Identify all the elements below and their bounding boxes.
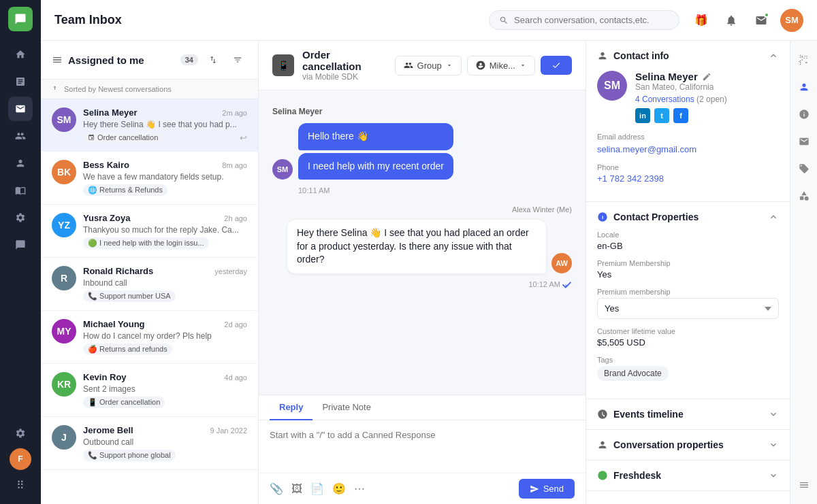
mini-settings-icon[interactable] (793, 474, 815, 496)
conv-properties-section: Conversation properties (586, 430, 790, 460)
sort-icon[interactable] (204, 50, 223, 69)
mini-info-icon[interactable] (793, 103, 815, 125)
search-input[interactable] (514, 15, 664, 25)
conv-tag: 📞 Support number USA (83, 290, 176, 302)
sidebar-item-inbox[interactable] (8, 97, 33, 121)
article-icon[interactable]: 📄 (310, 482, 324, 495)
expand-timeline-icon[interactable] (768, 409, 779, 420)
reply-toolbar: 📎 🖼 📄 🙂 ⋯ Send (259, 473, 586, 504)
avatar-kevin: KR (52, 372, 76, 397)
conv-name: Kevin Roy (83, 372, 127, 382)
sidebar-item-knowledge[interactable] (8, 178, 33, 203)
avatar-yusra: YZ (52, 213, 76, 237)
collapse-props-icon[interactable] (768, 212, 779, 222)
tab-reply[interactable]: Reply (270, 395, 313, 420)
linkedin-icon[interactable]: in (635, 108, 650, 123)
contact-info-title: Contact info (597, 50, 669, 61)
image-icon[interactable]: 🖼 (291, 483, 302, 495)
sidebar-item-chat[interactable] (8, 233, 33, 257)
conv-tag: 🍎 Returns and refunds (83, 343, 172, 355)
header-user-avatar[interactable]: SM (780, 9, 803, 32)
message-group-2: Alexa Winter (Me) AW Hey there Selina 👋 … (272, 205, 572, 288)
events-timeline-header[interactable]: Events timeline (597, 409, 779, 420)
sidebar-item-person[interactable] (8, 151, 33, 175)
mini-expand-icon[interactable] (793, 49, 815, 71)
edit-icon[interactable] (702, 72, 711, 82)
compose-icon[interactable] (750, 10, 772, 31)
more-icon[interactable]: ⋯ (354, 482, 365, 495)
events-timeline-title: Events timeline (597, 409, 684, 420)
mini-tag-icon[interactable] (793, 158, 815, 180)
message-group-1: Selina Meyer SM Hello there 👋 I need hel… (272, 107, 572, 195)
group-dropdown[interactable]: Group (395, 56, 462, 75)
tab-private-note[interactable]: Private Note (313, 395, 381, 420)
open-count: (2 open) (696, 95, 727, 104)
contact-info-section: Contact info SM Selina Meyer San Mateo, … (586, 41, 790, 202)
sidebar-item-settings[interactable] (8, 421, 33, 446)
premium-label: Premium Membership (597, 259, 779, 267)
conversation-item-7[interactable]: J Jerome Bell 9 Jan 2022 Outbound call 📞… (41, 417, 258, 470)
freshdesk-section: Freshdesk (586, 460, 790, 491)
mini-email-icon[interactable] (793, 131, 815, 152)
conversation-item-3[interactable]: YZ Yusra Zoya 2h ago Thankyou so much fo… (41, 205, 258, 258)
conv-tag: 🌐 Returns & Refunds (83, 184, 167, 196)
sidebar-item-reports[interactable] (8, 69, 33, 94)
phone-field: Phone +1 782 342 2398 (597, 163, 779, 184)
search-bar[interactable] (489, 10, 679, 30)
facebook-icon[interactable]: f (673, 108, 688, 123)
tags-label: Tags (597, 356, 779, 364)
chat-header: 📱 Order cancellation via Mobile SDK Grou… (259, 41, 586, 90)
gift-icon[interactable]: 🎁 (690, 10, 712, 31)
conv-preview: Thankyou so much for the reply Jake. Ca.… (83, 225, 247, 235)
message-bubble: Hello there 👋 (298, 123, 453, 150)
email-value[interactable]: selina.meyer@gmail.com (597, 144, 696, 154)
chat-title: Order cancellation (302, 49, 387, 72)
conversation-item-1[interactable]: SM Selina Meyer 2m ago Hey there Selina … (41, 99, 258, 152)
emoji-icon[interactable]: 🙂 (332, 482, 346, 495)
mini-integration-icon[interactable] (793, 185, 815, 207)
agent-dropdown[interactable]: Mike... (467, 56, 535, 75)
top-header: Team Inbox 🎁 SM (41, 0, 817, 41)
conversation-item-5[interactable]: MY Michael Young 2d ago How do I cancel … (41, 311, 258, 364)
premium-dropdown[interactable]: Yes No (597, 298, 779, 319)
attach-icon[interactable]: 📎 (270, 482, 283, 495)
contact-profile: SM Selina Meyer San Mateo, California 4 … (597, 71, 779, 123)
collapse-icon[interactable] (768, 50, 779, 61)
svg-rect-4 (800, 197, 803, 200)
message-bubble-2: I need help with my recent order (298, 153, 453, 180)
reply-textarea[interactable] (270, 430, 575, 460)
conv-properties-header[interactable]: Conversation properties (597, 439, 779, 450)
notification-icon[interactable] (720, 10, 742, 31)
email-label: Email address (597, 133, 779, 141)
message-time-2: 10:12 AM (272, 280, 572, 288)
sidebar-item-contacts[interactable] (8, 124, 33, 148)
conv-name: Michael Young (83, 319, 145, 329)
send-button[interactable]: Send (519, 479, 575, 499)
conversations-link[interactable]: 4 Conversations (635, 95, 694, 104)
contact-properties-header[interactable]: i Contact Properties (597, 212, 779, 222)
avatar-ronald: R (52, 266, 76, 290)
msg-avatar-alexa: AW (551, 253, 572, 273)
filter-icon[interactable] (228, 50, 247, 69)
user-avatar-sidebar[interactable]: F (10, 448, 31, 470)
conversation-item-6[interactable]: KR Kevin Roy 4d ago Sent 2 images 📱 Orde… (41, 364, 258, 417)
reply-input-area[interactable] (259, 420, 586, 473)
contact-info-header[interactable]: Contact info (597, 50, 779, 61)
app-logo[interactable] (8, 7, 33, 31)
twitter-icon[interactable]: t (654, 108, 669, 123)
freshdesk-header[interactable]: Freshdesk (597, 470, 779, 481)
svg-text:i: i (602, 214, 603, 220)
conversation-item-4[interactable]: R Ronald Richards yesterday Inbound call… (41, 258, 258, 311)
conv-tag: 🟢 I need help with the login issu... (83, 237, 209, 249)
conversation-item-2[interactable]: BK Bess Kairo 8m ago We have a few manda… (41, 152, 258, 205)
resolve-button[interactable] (541, 56, 572, 75)
properties-body: Locale en-GB Premium Membership Yes Prem… (597, 231, 779, 381)
sidebar-item-home[interactable] (8, 42, 33, 67)
expand-freshdesk-icon[interactable] (768, 470, 779, 481)
sidebar-item-automation[interactable] (8, 205, 33, 230)
expand-conv-props-icon[interactable] (768, 439, 779, 450)
sidebar-item-apps[interactable]: ⠿ (8, 473, 33, 497)
conv-preview: Inbound call (83, 278, 247, 288)
mini-contact-icon[interactable] (793, 76, 815, 98)
conv-time: 4d ago (224, 373, 247, 382)
